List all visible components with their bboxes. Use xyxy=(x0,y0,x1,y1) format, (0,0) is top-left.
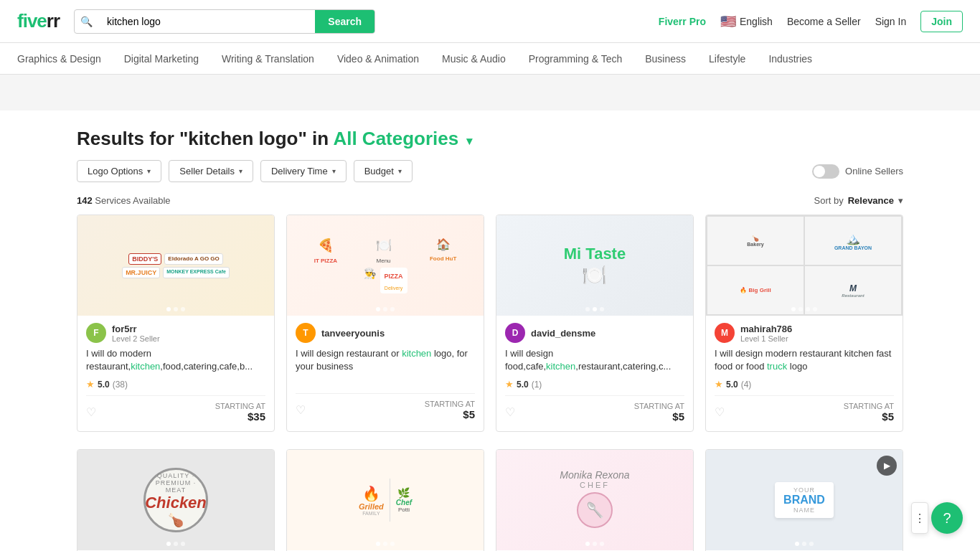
results-title: Results for "kitchen logo" in All Catego… xyxy=(77,128,903,150)
more-options-button[interactable]: ⋮ xyxy=(911,502,928,534)
seller-username-4: mahirah786 xyxy=(740,324,792,334)
delivery-time-filter[interactable]: Delivery Time ▾ xyxy=(260,160,347,182)
seller-name-wrap-3: david_densme xyxy=(531,328,595,339)
nav-digital-marketing[interactable]: Digital Marketing xyxy=(124,44,199,73)
card-title-link-3[interactable]: kitchen xyxy=(546,361,575,372)
avatar-4: M xyxy=(715,323,735,343)
sort-by-selector[interactable]: Sort by Relevance ▾ xyxy=(814,195,903,206)
flag-icon: 🇺🇸 xyxy=(720,14,736,29)
card-footer-1: ♡ STARTING AT $35 xyxy=(86,395,265,423)
card-title-3: I will design food,cafe,kitchen,restaura… xyxy=(505,347,684,373)
service-card-7[interactable]: Monika Rexona chef 🥄 M xyxy=(496,449,694,551)
online-sellers-toggle[interactable]: Online Sellers xyxy=(812,164,903,179)
site-logo[interactable]: fiverr xyxy=(17,10,60,32)
service-card-1[interactable]: BIDDY'S Eldorado A GO GO MR.JUICY MONKEY… xyxy=(77,215,275,432)
avatar-1: F xyxy=(86,323,106,343)
logo-text: fi xyxy=(17,10,27,32)
become-seller-link[interactable]: Become a Seller xyxy=(787,16,861,27)
service-card-6[interactable]: 🔥 Grilled FAMILY 🌿 Chef Potti xyxy=(286,449,484,551)
service-card-2[interactable]: 🍕 IT PIZZA 🍽️ Menu 🏠 Food HuT xyxy=(286,215,484,432)
favorite-button-1[interactable]: ♡ xyxy=(86,405,96,419)
search-input[interactable] xyxy=(98,10,315,33)
seller-level-1: Level 2 Seller xyxy=(112,334,160,343)
search-button[interactable]: Search xyxy=(315,10,374,33)
card-image-5: QUALITY · PREMIUM · MEAT Chicken 🍗 xyxy=(77,450,274,550)
dot xyxy=(383,542,387,546)
help-button[interactable]: ? xyxy=(931,502,963,534)
service-card-3[interactable]: Mi Taste 🍽️ D david_densme I wil xyxy=(496,215,694,432)
card-body-2: T tanveeryounis I will design restaurant… xyxy=(287,316,484,429)
card-rating-3: ★ 5.0 (1) xyxy=(505,379,684,390)
nav-video-animation[interactable]: Video & Animation xyxy=(337,44,419,73)
card-title-link-2[interactable]: kitchen xyxy=(402,348,431,359)
seller-details-label: Seller Details xyxy=(179,166,235,176)
seller-details-chevron-icon: ▾ xyxy=(239,167,242,175)
card-title-link-1[interactable]: kitchen xyxy=(131,361,160,372)
sort-by-chevron-icon: ▾ xyxy=(898,195,903,206)
starting-at-label-3: STARTING AT xyxy=(634,402,684,410)
toggle-switch[interactable] xyxy=(812,164,839,179)
card-footer-4: ♡ STARTING AT $5 xyxy=(715,395,894,423)
nav-lifestyle[interactable]: Lifestyle xyxy=(709,44,745,73)
card-body-4: M mahirah786 Level 1 Seller I will desig… xyxy=(706,316,903,431)
card-dots-5 xyxy=(166,542,185,546)
card-title-link-4[interactable]: truck xyxy=(767,361,787,372)
budget-filter[interactable]: Budget ▾ xyxy=(354,160,413,182)
filters-container: Logo Options ▾ Seller Details ▾ Delivery… xyxy=(77,160,413,182)
nav-business[interactable]: Business xyxy=(645,44,686,73)
dot xyxy=(166,307,171,311)
nav-music-audio[interactable]: Music & Audio xyxy=(442,44,506,73)
rating-score-1: 5.0 xyxy=(98,380,110,390)
search-icon: 🔍 xyxy=(75,16,98,27)
budget-label: Budget xyxy=(364,166,394,176)
card-dots-2 xyxy=(376,307,395,311)
price-info-3: STARTING AT $5 xyxy=(634,402,684,423)
star-icon-3: ★ xyxy=(505,379,514,390)
card-image-3: Mi Taste 🍽️ xyxy=(496,215,693,316)
nav-industries[interactable]: Industries xyxy=(768,44,812,73)
language-selector[interactable]: 🇺🇸 English xyxy=(720,14,773,29)
card-title-2: I will design restaurant or kitchen logo… xyxy=(296,347,475,373)
avatar-3: D xyxy=(505,323,525,343)
budget-chevron-icon: ▾ xyxy=(398,167,402,175)
service-card-4[interactable]: 🍗 Bakery 🏔️ GRAND BAYON 🔥 Big Grill xyxy=(705,215,903,432)
dot xyxy=(585,542,590,546)
join-button[interactable]: Join xyxy=(920,11,963,32)
logo-grid-cell-1: 🍗 Bakery xyxy=(707,217,804,265)
logo-options-filter[interactable]: Logo Options ▾ xyxy=(77,160,161,182)
seller-name-wrap-1: for5rr Level 2 Seller xyxy=(112,324,160,343)
all-categories-link[interactable]: All Categories xyxy=(333,128,458,149)
sign-in-link[interactable]: Sign In xyxy=(875,16,907,27)
rating-score-4: 5.0 xyxy=(726,380,738,390)
price-1: $35 xyxy=(248,410,265,423)
logo-accent: ve xyxy=(27,10,47,32)
dot xyxy=(390,307,395,311)
seller-info-1: F for5rr Level 2 Seller xyxy=(86,323,265,343)
favorite-button-4[interactable]: ♡ xyxy=(715,405,725,419)
seller-details-filter[interactable]: Seller Details ▾ xyxy=(169,160,253,182)
sort-by-prefix: Sort by xyxy=(814,195,843,206)
nav-writing-translation[interactable]: Writing & Translation xyxy=(222,44,314,73)
avatar-2: T xyxy=(296,323,316,343)
seller-username-1: for5rr xyxy=(112,324,160,334)
nav-graphics-design[interactable]: Graphics & Design xyxy=(17,44,101,73)
card-image-6: 🔥 Grilled FAMILY 🌿 Chef Potti xyxy=(287,450,484,550)
services-count: 142 Services Available xyxy=(77,195,171,206)
favorite-button-3[interactable]: ♡ xyxy=(505,405,515,419)
favorite-button-2[interactable]: ♡ xyxy=(296,403,306,417)
dot xyxy=(813,307,817,311)
starting-at-label-2: STARTING AT xyxy=(425,400,475,408)
dot xyxy=(593,542,597,546)
dot xyxy=(390,542,395,546)
seller-level-4: Level 1 Seller xyxy=(740,334,792,343)
dot xyxy=(166,542,171,546)
seller-info-2: T tanveeryounis xyxy=(296,323,475,343)
service-card-5[interactable]: QUALITY · PREMIUM · MEAT Chicken 🍗 S xyxy=(77,449,275,551)
dot xyxy=(806,307,810,311)
card-title-4: I will design modern restaurant kitchen … xyxy=(715,347,894,373)
service-card-8[interactable]: YOUR BRAND NAME ▶ B seller8 xyxy=(705,449,903,551)
nav-programming-tech[interactable]: Programming & Tech xyxy=(529,44,622,73)
fiverr-pro-link[interactable]: Fiverr Pro xyxy=(659,16,706,27)
logo-options-label: Logo Options xyxy=(88,166,143,176)
language-label: English xyxy=(740,16,773,27)
